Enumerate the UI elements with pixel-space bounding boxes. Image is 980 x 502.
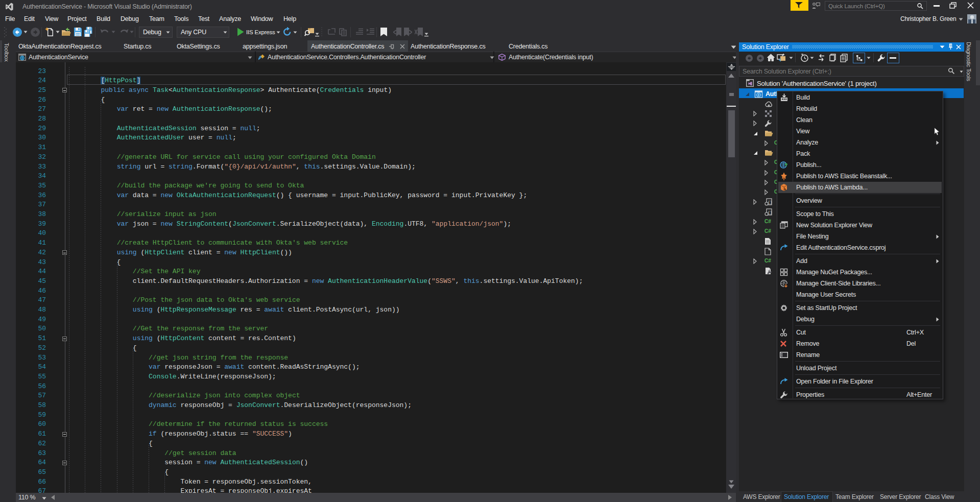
svg-text:{}: {}: [768, 200, 773, 204]
svg-text:{}: {}: [768, 210, 773, 214]
